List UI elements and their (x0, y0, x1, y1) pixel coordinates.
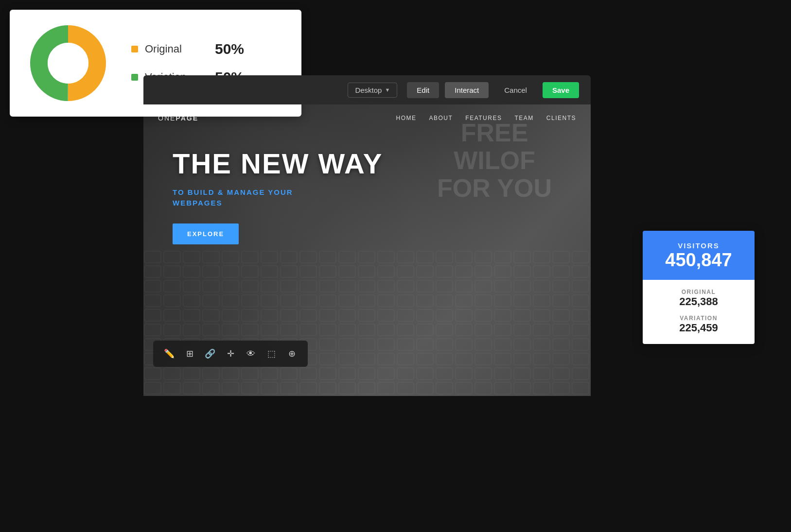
nav-team[interactable]: TEAM (514, 115, 533, 121)
visitors-label: VISITORS (650, 241, 747, 250)
bg-text-line3: FOR YOU (437, 174, 552, 202)
site-nav-links: HOME ABOUT FEATURES TEAM CLIENTS (396, 115, 577, 121)
hero-title: THE NEW WAY (173, 148, 383, 179)
original-pct: 50% (215, 41, 244, 57)
visitors-card: VISITORS 450,847 ORIGINAL 225,388 VARIAT… (643, 231, 755, 344)
donut-chart (29, 24, 107, 102)
nav-about[interactable]: ABOUT (429, 115, 453, 121)
editor-toolbar: Desktop ▼ Edit Interact Cancel Save (143, 75, 591, 104)
nav-home[interactable]: HOME (396, 115, 417, 121)
target-icon[interactable]: ⊕ (282, 344, 301, 363)
save-button[interactable]: Save (543, 82, 579, 98)
bg-text-line2: WILOF (437, 147, 552, 174)
variation-stat: VARIATION 225,459 (654, 315, 743, 334)
pencil-icon[interactable]: ✏️ (160, 344, 178, 363)
variation-dot (131, 74, 138, 81)
original-stat-label: ORIGINAL (654, 289, 743, 295)
variation-stat-label: VARIATION (654, 315, 743, 322)
hero-sub-line1: TO BUILD & MANAGE YOUR (173, 187, 383, 198)
original-dot (131, 46, 138, 52)
visitors-breakdown: ORIGINAL 225,388 VARIATION 225,459 (643, 280, 755, 344)
device-label: Desktop (355, 86, 382, 94)
original-stat-value: 225,388 (654, 295, 743, 308)
chevron-down-icon: ▼ (385, 87, 390, 93)
legend-original: Original 50% (131, 41, 244, 57)
move-icon[interactable]: ✛ (221, 344, 240, 363)
visitors-total: 450,847 (650, 250, 747, 271)
original-stat: ORIGINAL 225,388 (654, 289, 743, 308)
crop-icon[interactable]: ⬚ (262, 344, 281, 363)
svg-point-2 (48, 43, 88, 84)
variation-stat-value: 225,459 (654, 322, 743, 334)
hero-subtitle: TO BUILD & MANAGE YOUR WEBPAGES (173, 187, 383, 209)
bg-watermark-text: FREE WILOF FOR YOU (437, 119, 552, 203)
svg-rect-4 (143, 250, 591, 396)
hero-sub-line2: WEBPAGES (173, 198, 383, 209)
nav-features[interactable]: FEATURES (465, 115, 502, 121)
visitors-header: VISITORS 450,847 (643, 231, 755, 280)
layers-icon[interactable]: ⊞ (180, 344, 199, 363)
interact-button[interactable]: Interact (445, 82, 489, 98)
floating-edit-toolbar: ✏️ ⊞ 🔗 ✛ 👁 ⬚ ⊕ (153, 341, 308, 367)
link-icon[interactable]: 🔗 (201, 344, 219, 363)
explore-button[interactable]: EXPLORE (173, 223, 239, 244)
cancel-button[interactable]: Cancel (494, 82, 537, 98)
original-label: Original (145, 43, 208, 55)
device-selector[interactable]: Desktop ▼ (348, 83, 397, 98)
nav-clients[interactable]: CLIENTS (546, 115, 576, 121)
edit-button[interactable]: Edit (407, 82, 439, 98)
website-preview: FREE WILOF FOR YOU ONEPAGE HOME ABOUT FE… (143, 104, 591, 396)
eye-icon[interactable]: 👁 (242, 344, 260, 363)
site-hero: THE NEW WAY TO BUILD & MANAGE YOUR WEBPA… (173, 148, 383, 244)
